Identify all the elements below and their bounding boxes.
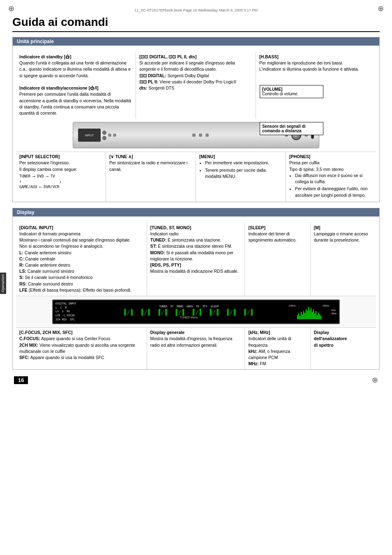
corner-tr: ⊕ [378, 4, 384, 13]
digital-title: [⊡⊡ DIGITAL, ⊡⊡ PL II, dts] [139, 54, 252, 60]
input-selector-cell: [INPUT SELECTOR] Per selezionare l'ingre… [16, 152, 106, 202]
display-bottom-grid: [C.FOCUS, 2CH MIX, SFC] C.FOCUS: Appare … [16, 328, 376, 369]
rds-title: [RDS, PS, PTY] [150, 262, 242, 268]
hbass-title: [H.BASS] [259, 54, 373, 60]
sfc-text: SFC: Appare quando si usa la modalità SF… [19, 355, 143, 361]
digital-input-text3: Non si accendono se l'ingresso è analogi… [19, 243, 143, 249]
rds-text: Mostra la modalità di indicazione RDS at… [150, 268, 242, 274]
menu-item-1: Per immettere varie impostazioni. [205, 160, 282, 166]
input-selector-text: Per selezionare l'ingresso. [19, 160, 102, 166]
channel-indicators: DIGITAL INPUT L C R LS S RS LFE C.FOCUS … [55, 302, 89, 322]
display-panel-row: DIGITAL INPUT L C R LS S RS LFE C.FOCUS … [16, 296, 376, 328]
tuned-st-mono-cell: [TUNED, ST, MONO] Indicatori radio TUNED… [147, 223, 245, 296]
spectrum-cell: Displaydell'analizzatoredi spettro [311, 328, 376, 369]
spectrum-analyzer: 100Hz [288, 304, 337, 319]
digital-input-C: C: Canale centrale [19, 256, 143, 262]
khz-item: kHz: AM, o frequenza campione PCM [248, 348, 307, 361]
tuned-mono-label: TUNED Mono [180, 316, 198, 319]
digital-input-LS: LS: Canale surround sinistro [19, 268, 143, 274]
phones-text2: Tipo di spina: 3,5 mm stereo [289, 166, 373, 173]
page-title: Guida ai comandi [12, 16, 380, 32]
display-generale-text: Mostra la modalità d'ingresso, la freque… [150, 336, 242, 348]
mhz-item: MHz: FM [248, 361, 307, 367]
phones-text: Presa per cuffia [289, 160, 373, 166]
standby-subtitle: Indicatore di standby/accensione [⏻/I] [19, 85, 132, 91]
st-item: ST: È sintonizzata una stazione stereo F… [150, 243, 242, 249]
digital-input-text2: Mostrano i canali contenuti dal segnale … [19, 237, 143, 243]
digital-input-title: [DIGITAL INPUT] [19, 225, 143, 231]
tune-cell: [∨ TUNE ∧] Per sintonizzare la radio e m… [106, 152, 196, 202]
cfocus-title: [C.FOCUS, 2CH MIX, SFC] [19, 329, 143, 336]
input-diagram: TUNER ⟶ DVD ⟶ TV ↑ ↓ GAME/AUX ⟵ DVR/VCR [19, 174, 102, 190]
standby-indicator-cell: Indicatore di standby [⏻] Quando l'unità… [16, 52, 136, 119]
menu-list: Per immettere varie impostazioni. Tenere… [205, 160, 282, 180]
corner-tl: ⊕ [8, 4, 14, 13]
display-header-label: Display [17, 210, 35, 215]
input-selector-title: [INPUT SELECTOR] [19, 154, 102, 160]
hbass-text2: L'indicatore si illumina quando la funzi… [259, 66, 373, 72]
page-number: 16 [14, 376, 28, 384]
khz-mhz-text: Indicatori delle unità di frequenza [248, 336, 307, 348]
digital-input-S: S: Se il canale surround è monofonico [19, 274, 143, 281]
sleep-text: Indicatore del timer di spegnimento auto… [248, 231, 307, 243]
digital-input-text: Indicatori di formato programma [19, 231, 143, 237]
phones-list: Dai diffusori non esce il suono se si co… [295, 173, 373, 198]
phones-cell: [PHONES] Presa per cuffia Tipo di spina:… [286, 152, 376, 202]
display-section: Operazioni Display [DIGITAL INPUT] Indic… [12, 208, 380, 370]
mono-item: MONO: Si è passati alla modalità mono pe… [150, 250, 242, 262]
khz-mhz-title: [kHz, MHz] [248, 329, 307, 336]
m-title: [M] [314, 225, 373, 231]
file-info: 11_SC-HT1517EPbook.book Page 16 Wednesda… [12, 8, 380, 12]
bottom-grid: [INPUT SELECTOR] Per selezionare l'ingre… [16, 152, 376, 202]
menu-title: [MENU] [199, 154, 282, 160]
display-top-grid: [DIGITAL INPUT] Indicatori di formato pr… [16, 223, 376, 296]
cfocus-text: C.FOCUS: Appare quando si usa Center Foc… [19, 336, 143, 342]
tuned-st-mono-title: [TUNED, ST, MONO] [150, 225, 242, 231]
sensor-callout: Sensore dei segnali di comando a distanz… [260, 122, 323, 135]
digital-input-cell: [DIGITAL INPUT] Indicatori di formato pr… [16, 223, 147, 296]
phones-title: [PHONES] [289, 154, 373, 160]
device-illustration: INPUT [73, 122, 319, 148]
mix2ch-text: 2CH MIX: Viene visualizzato quando si as… [19, 342, 143, 355]
pl-item: ⊡⊡ PL II: Viene usato il decoder Dolby P… [139, 79, 252, 85]
volume-callout: [VOLUME] Controllo di volume. [260, 85, 323, 98]
standby-title: Indicatore di standby [⏻] [19, 54, 132, 60]
spectrum-title: Displaydell'analizzatoredi spettro [314, 329, 373, 348]
sleep-cell: [SLEEP] Indicatore del timer di spegnime… [245, 223, 310, 296]
m-text: Lampeggia o rimane acceso durante la pre… [314, 231, 373, 243]
phones-item-1: Dai diffusori non esce il suono se si co… [295, 173, 373, 185]
unita-header-label: Unità principale [17, 39, 54, 44]
tune-text: Per sintonizzare la radio e memorizzare … [109, 160, 192, 172]
digital-text: Si accende per indicare il segnale d'ing… [139, 60, 252, 72]
unita-principale-section: Unità principale Indicatore di standby [… [12, 37, 380, 202]
digital-input-LFE: LFE (Effetti di bassa frequenza): Effett… [19, 287, 143, 293]
middle-indicators: TUNED ST MONO ⊡RDS PS PTY SLEEP ▐/▌ ▐/▌ … [92, 305, 286, 319]
tuned-item: TUNED: È sintonizzata una stazione. [150, 237, 242, 243]
digital-indicator-cell: [⊡⊡ DIGITAL, ⊡⊡ PL II, dts] Si accende p… [136, 52, 256, 119]
corner-br: ⊕ [372, 375, 378, 385]
operazioni-tab: Operazioni [0, 273, 6, 294]
hbass-text: Per migliorare la riproduzione dei toni … [259, 60, 373, 66]
standby-text: Quando l'unità è collegata ad una fonte … [19, 60, 132, 79]
display-panel: DIGITAL INPUT L C R LS S RS LFE C.FOCUS … [52, 299, 340, 324]
menu-cell: [MENU] Per immettere varie impostazioni.… [196, 152, 286, 202]
khz-mhz-cell: [kHz, MHz] Indicatori delle unità di fre… [245, 328, 310, 369]
dts-item: dts: Sorgenti DTS [139, 85, 252, 91]
digital-item: ⊡⊡ DIGITAL: Sorgenti Dolby Digital [139, 73, 252, 79]
menu-item-2: Tenere premuto per uscire dalla modalità… [205, 167, 282, 180]
display-generale-cell: Display generale Mostra la modalità d'in… [147, 328, 245, 369]
m-cell: [M] Lampeggia o rimane acceso durante la… [311, 223, 376, 296]
tune-title: [∨ TUNE ∧] [109, 154, 192, 160]
digital-input-RS: RS: Canale surround destro [19, 281, 143, 287]
display-generale-title: Display generale [150, 329, 242, 336]
phones-item-2: Per evitare di danneggiare l'udito, non … [295, 186, 373, 198]
standby-text2: Premere per commutare l'unità dalla moda… [19, 91, 132, 116]
digital-input-L: L: Canale anteriore sinistro [19, 250, 143, 256]
tuned-st-mono-text: Indicatori radio [150, 231, 242, 237]
cfocus-cell: [C.FOCUS, 2CH MIX, SFC] C.FOCUS: Appare … [16, 328, 147, 369]
digital-input-R: R: Canale anteriore destro [19, 262, 143, 268]
sleep-title: [SLEEP] [248, 225, 307, 231]
